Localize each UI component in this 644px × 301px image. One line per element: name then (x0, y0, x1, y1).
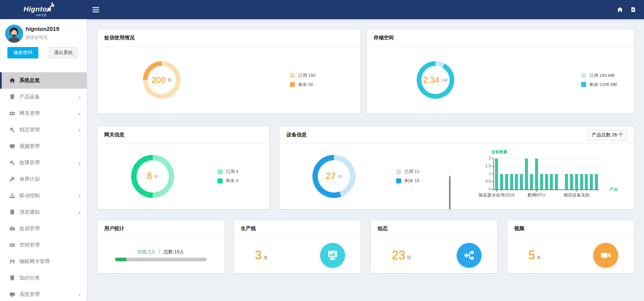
device-info-card: 设备信息 产品总数 26 个 27台 已用 12剩余 15 设备数量00.511… (280, 127, 634, 209)
main-content: 短信使用情况 200条 已用 150剩余 50 存储空间 2.34GB 已用 1… (87, 19, 644, 301)
home-icon[interactable] (617, 7, 623, 13)
monitor-chart-icon (320, 243, 345, 268)
gateway-total-value: 8 (147, 171, 152, 181)
hamburger-menu-icon[interactable] (92, 7, 99, 12)
bar-chart-ylabel: 设备数量 (491, 149, 507, 155)
card-title: 视频 (507, 220, 634, 237)
floppy-icon (9, 259, 15, 264)
sidebar-item-label: 空间管理 (20, 242, 40, 248)
chevron-left-icon: ‹ (79, 291, 81, 298)
progress-fill (115, 258, 127, 261)
card-title: 生产线 (234, 220, 361, 237)
sidebar-item-系统总览[interactable]: 系统总览 (0, 72, 87, 89)
sidebar-item-系统管理[interactable]: 系统管理‹ (0, 286, 87, 301)
sidebar-item-短信管理[interactable]: 短信管理 (0, 220, 87, 237)
sms-donut-chart: 200条 (143, 61, 181, 99)
bar (495, 159, 498, 189)
sidebar-item-label: 故障管理 (20, 160, 40, 166)
wrench-icon (9, 176, 15, 182)
legend-item: 已用 12 (396, 169, 419, 175)
brand-name: Hignton (24, 5, 51, 13)
legend-swatch (396, 169, 401, 174)
legend-swatch (581, 82, 586, 87)
device-donut-chart: 27台 (312, 155, 355, 198)
chevron-left-icon: ‹ (79, 126, 81, 134)
sidebar-item-故障管理[interactable]: 故障管理‹ (0, 155, 87, 171)
sidebar-item-空间管理[interactable]: 空间管理 (0, 237, 87, 253)
chevron-left-icon: ‹ (79, 192, 81, 200)
bar (505, 174, 508, 189)
bar (590, 174, 593, 189)
logout-button[interactable]: 退出系统 (49, 47, 78, 58)
sidebar-item-知识分类[interactable]: 知识分类 (0, 270, 87, 286)
brand-subtitle: 华辰智通 (36, 13, 46, 17)
storage-donut-chart: 2.34GB (417, 61, 454, 99)
card-title: 用户统计 (98, 220, 224, 237)
change-password-button[interactable]: 修改密码 (7, 47, 38, 58)
sidebar-item-label: 短信管理 (20, 225, 40, 232)
avatar[interactable] (5, 25, 23, 43)
product-total-badge[interactable]: 产品总数 26 个 (588, 130, 627, 140)
bar (520, 174, 523, 189)
sidebar-item-label: 联动控制 (20, 192, 40, 199)
username: hignton2019 (26, 26, 59, 33)
video-camera-icon (593, 243, 618, 268)
sidebar-item-联动控制[interactable]: 联动控制‹ (0, 187, 87, 204)
sidebar-item-label: 网关管理 (20, 110, 40, 117)
bar (530, 174, 533, 189)
camera-icon (9, 111, 15, 116)
bar (535, 159, 538, 189)
legend-item: 已用 194 MB (581, 73, 617, 79)
bar (545, 174, 548, 189)
legend-swatch (581, 73, 586, 78)
card-title: 存储空间 (367, 30, 634, 46)
sidebar-item-消息通知[interactable]: 消息通知‹ (0, 204, 87, 220)
bar-chart-xlabel: 产品 (610, 187, 618, 192)
online-users-progressbar (115, 258, 207, 261)
diagram-icon (457, 243, 482, 268)
bar (550, 174, 553, 189)
card-title: 网关信息 (98, 127, 269, 143)
card-title: 短信使用情况 (98, 30, 360, 46)
legend-item: 剩余 50 (290, 82, 315, 88)
sidebar-item-保养计划[interactable]: 保养计划 (0, 171, 87, 187)
user-stats-card: 用户统计 在线:2人 / 总数:15人 (98, 220, 224, 273)
sidebar-item-组态管理[interactable]: 组态管理‹ (0, 122, 87, 138)
bar (515, 174, 518, 189)
legend-item: 已用 150 (290, 73, 315, 79)
bar (525, 159, 528, 189)
legend-swatch (218, 169, 223, 174)
camera-icon (9, 242, 15, 248)
bar-chart-plot: 00.511.52验室废水处理2019数网RTU测试设备龙岗产品 (493, 159, 599, 190)
legend-swatch (290, 82, 295, 87)
chevron-left-icon: ‹ (79, 159, 81, 167)
envelope-icon (9, 226, 15, 231)
bar (500, 174, 503, 189)
monitor-icon (9, 292, 15, 297)
video-count: 5 (528, 248, 535, 262)
sidebar-item-label: 系统管理 (20, 291, 40, 298)
chevron-left-icon: ‹ (79, 209, 81, 216)
sidebar-item-物联网卡管理[interactable]: 物联网卡管理 (0, 253, 87, 270)
legend-item: 剩余 4 (218, 178, 238, 184)
device-legend: 已用 12剩余 15 (396, 169, 419, 184)
sidebar-item-网关管理[interactable]: 网关管理‹ (0, 105, 87, 122)
video-card: 视频 5 条 (507, 220, 634, 273)
sidebar-item-视频管理[interactable]: 视频管理 (0, 138, 87, 155)
legend-item: 剩余 2206 MB (581, 82, 617, 88)
user-role: 系统管理员 (26, 35, 47, 41)
sidebar-item-label: 物联网卡管理 (20, 258, 50, 265)
legend-swatch (396, 178, 401, 183)
card-title: 设备信息 (287, 132, 307, 138)
logo: Hignton 华辰智通 (0, 0, 87, 19)
device-panel-scrollbar[interactable] (449, 176, 451, 210)
device-count-bar-chart: 设备数量00.511.52验室废水处理2019数网RTU测试设备龙岗产品 (478, 148, 629, 204)
sidebar-item-产品设备[interactable]: 产品设备‹ (0, 89, 87, 105)
home-icon (9, 78, 15, 83)
legend-swatch (290, 73, 295, 78)
document-icon[interactable] (631, 7, 636, 12)
gateway-info-card: 网关信息 8台 已用 4剩余 4 (98, 127, 269, 209)
bar-chart-xtick-label: 测试设备龙岗 (563, 192, 590, 198)
sms-usage-card: 短信使用情况 200条 已用 150剩余 50 (98, 30, 360, 114)
storage-legend: 已用 194 MB剩余 2206 MB (581, 73, 617, 88)
